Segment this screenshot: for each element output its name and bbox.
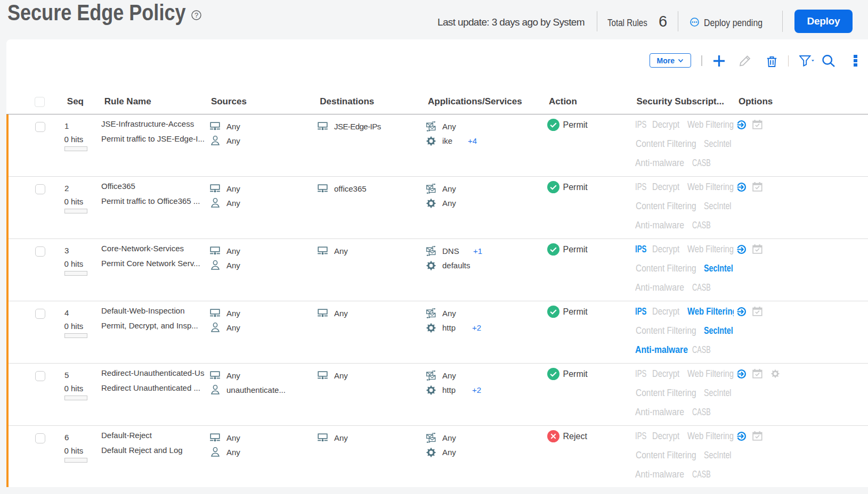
svg-text:?: ? — [194, 11, 198, 19]
